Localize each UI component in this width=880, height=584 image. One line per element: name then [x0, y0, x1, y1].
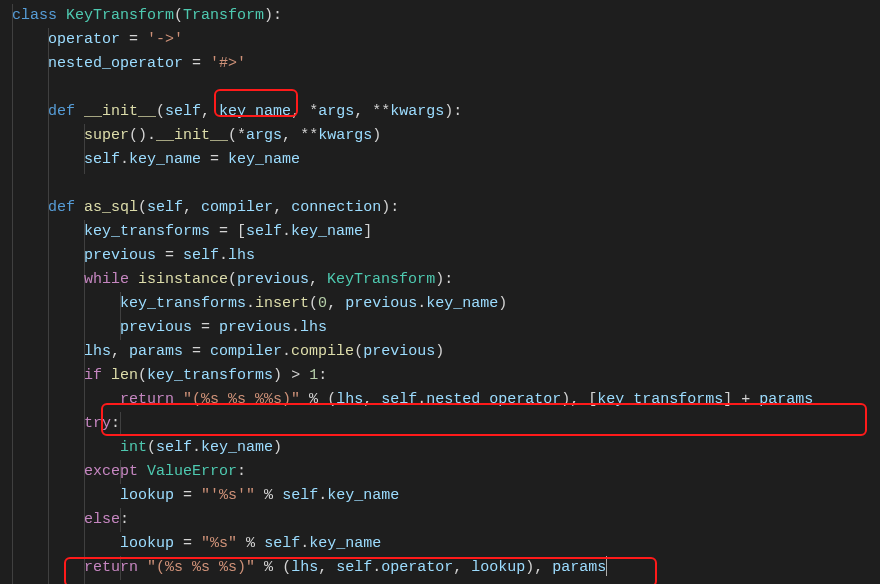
code-line[interactable]: lhs, params = compiler.compile(previous) — [0, 340, 880, 364]
code-line[interactable]: int(self.key_name) — [0, 436, 880, 460]
fn-super: super — [84, 124, 129, 148]
code-line[interactable]: previous = previous.lhs — [0, 316, 880, 340]
code-editor[interactable]: class KeyTransform(Transform): operator … — [0, 4, 880, 580]
string-literal: "'%s'" — [201, 484, 255, 508]
code-line[interactable]: key_transforms = [self.key_name] — [0, 220, 880, 244]
keyword-while: while — [84, 268, 129, 292]
keyword-class: class — [12, 4, 57, 28]
code-line[interactable]: while isinstance(previous, KeyTransform)… — [0, 268, 880, 292]
attr-operator: operator — [48, 28, 120, 52]
fn-int: int — [120, 436, 147, 460]
keyword-return: return — [84, 556, 138, 580]
type-valueerror: ValueError — [147, 460, 237, 484]
string-literal: "(%s %s %s)" — [147, 556, 255, 580]
code-line[interactable]: key_transforms.insert(0, previous.key_na… — [0, 292, 880, 316]
keyword-if: if — [84, 364, 102, 388]
attr-nested-operator: nested_operator — [48, 52, 183, 76]
code-line[interactable] — [0, 76, 880, 100]
param-connection: connection — [291, 196, 381, 220]
text-cursor — [606, 556, 607, 576]
keyword-def: def — [48, 196, 75, 220]
fn-insert: insert — [255, 292, 309, 316]
code-line[interactable] — [0, 172, 880, 196]
keyword-return: return — [120, 388, 174, 412]
code-line[interactable]: previous = self.lhs — [0, 244, 880, 268]
param-self: self — [165, 100, 201, 124]
param-args: args — [318, 100, 354, 124]
code-line[interactable]: nested_operator = '#>' — [0, 52, 880, 76]
base-class: Transform — [183, 4, 264, 28]
class-name: KeyTransform — [66, 4, 174, 28]
code-line[interactable]: super().__init__(*args, **kwargs) — [0, 124, 880, 148]
code-line[interactable]: try: — [0, 412, 880, 436]
code-line[interactable]: if len(key_transforms) > 1: — [0, 364, 880, 388]
keyword-try: try — [84, 412, 111, 436]
fn-len: len — [111, 364, 138, 388]
code-line[interactable]: operator = '->' — [0, 28, 880, 52]
string-literal: "(%s %s %%s)" — [183, 388, 300, 412]
fn-isinstance: isinstance — [138, 268, 228, 292]
string-literal: '->' — [147, 28, 183, 52]
code-line[interactable]: return "(%s %s %s)" % (lhs, self.operato… — [0, 556, 880, 580]
code-line[interactable]: def as_sql(self, compiler, connection): — [0, 196, 880, 220]
keyword-except: except — [84, 460, 138, 484]
param-key-name: key_name — [219, 100, 291, 124]
code-line[interactable]: lookup = "'%s'" % self.key_name — [0, 484, 880, 508]
method-init: __init__ — [84, 100, 156, 124]
fn-compile: compile — [291, 340, 354, 364]
code-line[interactable]: def __init__(self, key_name, *args, **kw… — [0, 100, 880, 124]
code-line[interactable]: except ValueError: — [0, 460, 880, 484]
string-literal: "%s" — [201, 532, 237, 556]
string-literal: '#>' — [210, 52, 246, 76]
keyword-def: def — [48, 100, 75, 124]
code-line[interactable]: class KeyTransform(Transform): — [0, 4, 880, 28]
method-as-sql: as_sql — [84, 196, 138, 220]
fn-init: __init__ — [156, 124, 228, 148]
param-kwargs: kwargs — [390, 100, 444, 124]
code-line[interactable]: else: — [0, 508, 880, 532]
code-line[interactable]: return "(%s %s %%s)" % (lhs, self.nested… — [0, 388, 880, 412]
param-compiler: compiler — [201, 196, 273, 220]
code-line[interactable]: lookup = "%s" % self.key_name — [0, 532, 880, 556]
keyword-else: else — [84, 508, 120, 532]
code-line[interactable]: self.key_name = key_name — [0, 148, 880, 172]
